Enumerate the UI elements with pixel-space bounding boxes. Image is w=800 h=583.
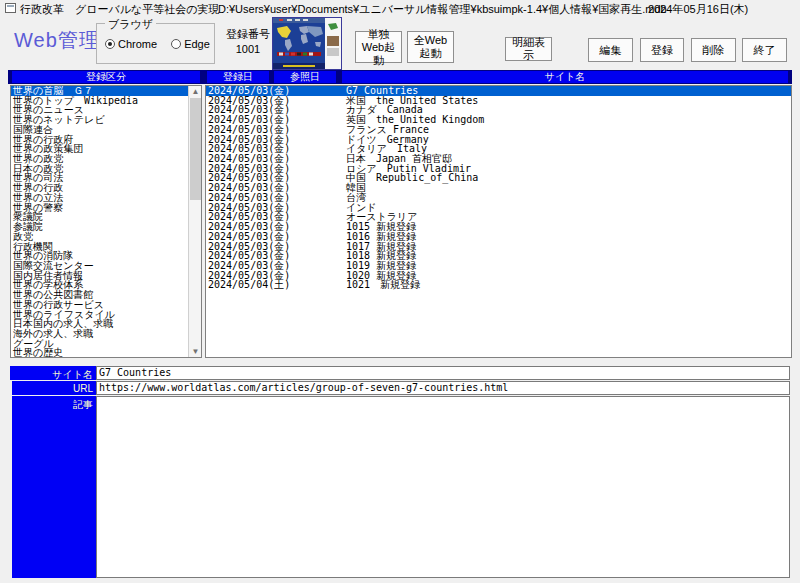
site-row[interactable]: 2024/05/03(金)台湾 [206,193,791,203]
edit-button[interactable]: 編集 [588,38,633,62]
site-row[interactable]: 2024/05/03(金)1017 新規登録 [206,242,791,252]
radio-edge-label: Edge [184,38,210,50]
browser-group-label: ブラウザ [105,17,156,32]
site-row[interactable]: 2024/05/04(土)1021 新規登録 [206,280,791,290]
exit-button[interactable]: 終了 [742,38,787,62]
app-icon [5,3,16,13]
site-row[interactable]: 2024/05/03(金)インド [206,203,791,213]
column-header-category: 登録区分 [12,71,200,83]
registration-number: 登録番号 1001 [222,27,274,57]
detail-view-button[interactable]: 明細表示 [505,37,552,61]
radio-chrome-dot [105,39,115,49]
site-row[interactable]: 2024/05/03(金)1018 新規登録 [206,251,791,261]
category-listbox[interactable]: 世界の首脳 Ｇ７世界のトップ Wikipedia世界のニュース世界のネットテレビ… [10,85,202,358]
browser-groupbox: ブラウザ Chrome Edge [96,23,215,64]
site-row[interactable]: 2024/05/03(金)オーストラリア [206,212,791,222]
row-site-name: 1021 新規登録 [346,280,420,290]
site-row[interactable]: 2024/05/03(金)1015 新規登録 [206,222,791,232]
scroll-down-icon[interactable]: ▼ [189,346,202,357]
list-header-bar: 登録区分 登録日 参照日 サイト名 [8,70,792,84]
scrollbar-thumb[interactable] [190,98,201,200]
site-row[interactable]: 2024/05/03(金)1020 新規登録 [206,271,791,281]
radio-chrome[interactable]: Chrome [105,38,157,50]
registration-number-value: 1001 [222,42,274,57]
site-row[interactable]: 2024/05/03(金)カナダ Canada [206,105,791,115]
main-window: Web管理 ブラウザ Chrome Edge 登録番号 1001 [0,17,800,583]
row-registered-date: 2024/05/04(土) [208,280,290,290]
launch-single-web-button[interactable]: 単独Web起動 [355,31,402,63]
radio-chrome-label: Chrome [118,38,157,50]
category-item[interactable]: 参議院 [11,222,188,232]
scroll-up-icon[interactable]: ▲ [189,86,202,97]
column-header-site-name: サイト名 [342,71,788,83]
app-title: 行政改革 グローバルな平等社会の実現 [20,2,220,17]
delete-button[interactable]: 削除 [691,38,736,62]
page-title: Web管理 [14,27,100,54]
site-row[interactable]: 2024/05/03(金)1016 新規登録 [206,232,791,242]
site-row[interactable]: 2024/05/03(金)米国 the United States [206,96,791,106]
site-row[interactable]: 2024/05/03(金)1019 新規登録 [206,261,791,271]
file-path: D:¥Users¥user¥Documents¥ユニバーサル情報管理¥kbsui… [218,2,667,17]
site-name-field[interactable]: G7 Countries [96,366,790,380]
site-row[interactable]: 2024/05/03(金)中国 Republic_of_China [206,173,791,183]
titlebar: 行政改革 グローバルな平等社会の実現 D:¥Users¥user¥Documen… [0,0,800,17]
article-label: 記事 [12,396,96,578]
url-field[interactable]: https://www.worldatlas.com/articles/grou… [96,381,790,395]
site-row[interactable]: 2024/05/03(金)ロシア Putin Vladimir [206,164,791,174]
column-header-registered-date: 登録日 [207,71,269,83]
article-field[interactable] [96,396,790,578]
site-name-label: サイト名 [10,366,96,380]
site-row[interactable]: 2024/05/03(金)イタリア Italy [206,144,791,154]
site-listview[interactable]: 2024/05/03(金)G7 Countries2024/05/03(金)米国… [205,85,792,358]
launch-all-web-button[interactable]: 全Web起動 [407,31,454,63]
category-scrollbar[interactable]: ▲ ▼ [188,86,201,357]
category-list: 世界の首脳 Ｇ７世界のトップ Wikipedia世界のニュース世界のネットテレビ… [11,86,188,358]
current-date: 2024年05月16日(木) [648,2,748,17]
registration-number-label: 登録番号 [222,27,274,42]
site-row[interactable]: 2024/05/03(金)G7 Countries [206,86,791,96]
register-button[interactable]: 登録 [640,38,684,62]
radio-edge-dot [171,39,181,49]
radio-edge[interactable]: Edge [171,38,210,50]
site-row[interactable]: 2024/05/03(金)韓国 [206,183,791,193]
url-label: URL [12,381,96,395]
site-row[interactable]: 2024/05/03(金)フランス France [206,125,791,135]
site-row[interactable]: 2024/05/03(金)ドイツ Germany [206,135,791,145]
column-header-referenced-date: 参照日 [274,71,336,83]
world-map-thumbnail-image [273,18,341,69]
site-row[interactable]: 2024/05/03(金)英国 the United Kingdom [206,115,791,125]
site-row[interactable]: 2024/05/03(金)日本 Japan 首相官邸 [206,154,791,164]
site-thumbnail[interactable] [272,17,342,70]
